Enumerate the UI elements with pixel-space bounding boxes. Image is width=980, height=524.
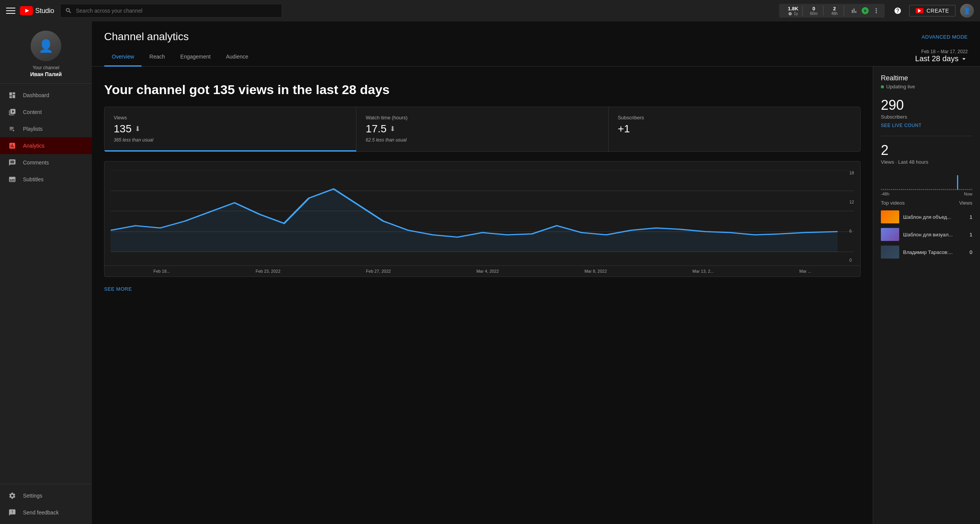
video-item-1[interactable]: Шаблон для визуал... 1 xyxy=(881,228,972,241)
video-title-1: Шаблон для визуал... xyxy=(903,232,966,238)
feedback-icon xyxy=(8,508,17,517)
sidebar: 👤 Your channel Иван Палий Dashboard Cont… xyxy=(0,21,92,524)
metric-watch-label: Watch time (hours) xyxy=(366,115,599,120)
video-thumb-0 xyxy=(881,210,899,223)
video-item-2[interactable]: Владимир Тарасов:... 0 xyxy=(881,246,972,259)
nav-left: Studio xyxy=(6,6,54,15)
channel-info: 👤 Your channel Иван Палий xyxy=(0,21,92,84)
tab-engagement[interactable]: Engagement xyxy=(173,49,218,66)
create-button[interactable]: CREATE xyxy=(909,5,956,16)
realtime-mini-chart: -48h Now xyxy=(881,171,972,194)
dashboard-label: Dashboard xyxy=(23,92,49,98)
advanced-mode-button[interactable]: ADVANCED MODE xyxy=(922,34,968,40)
top-videos-header: Top videos Views xyxy=(881,200,972,206)
mini-bar xyxy=(899,189,900,190)
mini-chart-bars xyxy=(881,171,972,190)
stat-48h: 2 48h xyxy=(825,6,844,16)
see-live-count-button[interactable]: SEE LIVE COUNT xyxy=(881,123,972,128)
mini-bar xyxy=(933,189,934,190)
mini-bar xyxy=(907,189,908,190)
mini-bar xyxy=(925,189,926,190)
nav-items: Dashboard Content Playlists Analytics xyxy=(0,84,92,484)
video-title-2: Владимир Тарасов:... xyxy=(903,249,966,255)
chart-area: Your channel got 135 views in the last 2… xyxy=(92,67,873,524)
settings-icon xyxy=(8,491,17,500)
channel-avatar[interactable]: 👤 xyxy=(31,31,61,61)
mini-bar xyxy=(905,189,906,190)
mini-bar xyxy=(951,189,952,190)
mini-bar xyxy=(891,189,892,190)
mini-bar-highlight xyxy=(957,175,958,190)
mini-bar xyxy=(897,189,898,190)
page-header: Channel analytics ADVANCED MODE xyxy=(92,21,980,43)
avatar[interactable]: 👤 xyxy=(960,4,974,18)
analytics-tabs: Overview Reach Engagement Audience Feb 1… xyxy=(92,49,980,67)
settings-label: Settings xyxy=(23,493,42,499)
watch-trend-icon: ⬇ xyxy=(390,125,395,133)
metric-views-value-row: 135 ⬇ xyxy=(114,123,347,135)
metric-card-watch-time[interactable]: Watch time (hours) 17.5 ⬇ 62.5 less than… xyxy=(356,107,608,151)
realtime-panel: Realtime Updating live 290 Subscribers S… xyxy=(873,67,980,524)
realtime-views-label: Views · Last 48 hours xyxy=(881,159,972,165)
see-more-button[interactable]: SEE MORE xyxy=(104,286,132,292)
sidebar-item-analytics[interactable]: Analytics xyxy=(0,137,92,154)
mini-bar xyxy=(953,189,954,190)
mini-chart-label-end: Now xyxy=(964,192,972,196)
play-circle-icon[interactable] xyxy=(861,7,869,15)
menu-icon[interactable] xyxy=(6,6,15,15)
help-button[interactable] xyxy=(891,4,905,18)
mini-bar xyxy=(889,189,890,190)
metric-card-views[interactable]: Views 135 ⬇ 365 less than usual xyxy=(105,107,356,151)
mini-bar xyxy=(949,189,950,190)
metric-card-subscribers[interactable]: Subscribers +1 xyxy=(609,107,860,151)
realtime-subscribers-label: Subscribers xyxy=(881,114,972,120)
metric-views-value: 135 xyxy=(114,123,132,135)
channel-name: Иван Палий xyxy=(30,71,62,77)
main-content: Channel analytics ADVANCED MODE Overview… xyxy=(92,21,980,524)
mini-bar xyxy=(961,189,962,190)
realtime-title: Realtime xyxy=(881,74,972,82)
sidebar-item-content[interactable]: Content xyxy=(0,104,92,120)
metric-views-label: Views xyxy=(114,115,347,120)
mini-bar xyxy=(955,189,956,190)
chart-svg-wrapper: 18 12 6 0 xyxy=(105,171,860,262)
comments-label: Comments xyxy=(23,159,49,166)
sidebar-item-settings[interactable]: Settings xyxy=(0,487,92,504)
sidebar-item-playlists[interactable]: Playlists xyxy=(0,120,92,137)
tab-overview[interactable]: Overview xyxy=(104,49,142,66)
mini-bar xyxy=(971,189,972,190)
tab-audience[interactable]: Audience xyxy=(218,49,256,66)
mini-bar xyxy=(945,189,946,190)
nav-right: 1.8K 1y 0 60m 2 48h xyxy=(779,4,974,18)
mini-bar xyxy=(893,189,894,190)
sidebar-item-subtitles[interactable]: Subtitles xyxy=(0,171,92,188)
channel-avatar-image: 👤 xyxy=(31,31,61,61)
search-bar[interactable] xyxy=(60,4,282,18)
views-header-label: Views xyxy=(959,200,972,206)
create-video-icon xyxy=(916,8,923,13)
search-input[interactable] xyxy=(76,8,277,14)
mini-bar xyxy=(923,189,924,190)
channel-label: Your channel xyxy=(33,65,59,70)
mini-bar xyxy=(885,189,886,190)
mini-bar xyxy=(917,189,918,190)
logo[interactable]: Studio xyxy=(20,6,54,15)
mini-bar xyxy=(967,189,968,190)
mini-bar xyxy=(919,189,920,190)
chart-y-labels: 18 12 6 0 xyxy=(849,171,854,262)
menu-dots-icon[interactable] xyxy=(872,7,880,15)
sidebar-item-comments[interactable]: Comments xyxy=(0,154,92,171)
date-range-dropdown[interactable]: Last 28 days xyxy=(915,54,968,63)
dashboard-icon xyxy=(8,91,17,100)
tab-reach[interactable]: Reach xyxy=(142,49,172,66)
bar-chart-icon[interactable] xyxy=(850,7,858,15)
realtime-live-status: Updating live xyxy=(881,84,972,90)
video-item-0[interactable]: Шаблон для объед... 1 xyxy=(881,210,972,223)
video-views-2: 0 xyxy=(970,249,972,255)
mini-bar xyxy=(931,189,932,190)
sidebar-item-dashboard[interactable]: Dashboard xyxy=(0,87,92,104)
sidebar-item-feedback[interactable]: Send feedback xyxy=(0,504,92,521)
date-range-value: Last 28 days xyxy=(915,54,959,63)
metric-subs-label: Subscribers xyxy=(618,115,851,120)
metric-watch-note: 62.5 less than usual xyxy=(366,137,599,143)
